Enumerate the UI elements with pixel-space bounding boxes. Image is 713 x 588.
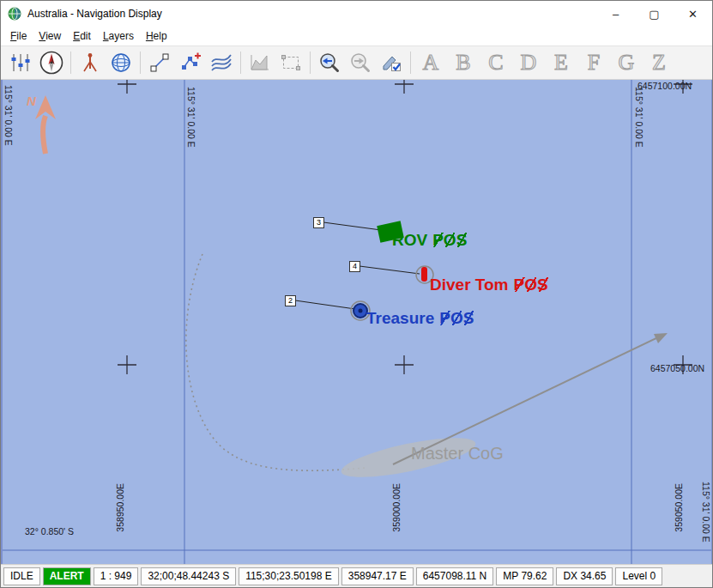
measure-line-icon[interactable] (144, 48, 175, 77)
cog-arrowhead (654, 333, 668, 343)
longitude-label-1: 115° 31' 0.00 E (186, 87, 196, 148)
minimize-button[interactable]: – (596, 1, 635, 27)
status-bar: IDLE ALERT 1 : 949 32;00;48.44243 S 115;… (1, 564, 712, 587)
menu-file[interactable]: File (4, 27, 33, 45)
layer-button-d[interactable]: D (512, 48, 545, 77)
north-arrow (43, 116, 45, 154)
area-chart-icon (245, 48, 275, 77)
window-title: Australia - Navigation Display (27, 8, 596, 20)
status-level: Level 0 (615, 567, 662, 585)
master-cog-label: Master CoG (411, 444, 504, 464)
zoom-previous-icon[interactable] (314, 48, 345, 77)
layer-button-f[interactable]: F (577, 48, 610, 77)
vessel-trail (186, 254, 366, 470)
diver-marker[interactable] (421, 267, 427, 282)
select-rectangle-icon (275, 48, 306, 77)
target-name: ROV (392, 231, 427, 249)
toolbar-separator (310, 52, 311, 74)
toolbar-separator (410, 52, 411, 74)
leader-line (295, 300, 355, 309)
compass-icon[interactable] (36, 48, 67, 77)
menu-layers[interactable]: Layers (97, 27, 140, 45)
latitude-label: 32° 0.850' S (25, 526, 74, 536)
status-latitude: 32;00;48.44243 S (141, 567, 236, 585)
leader-line (323, 222, 381, 230)
polyline-add-icon[interactable] (175, 48, 206, 77)
edit-validate-icon[interactable] (376, 48, 407, 77)
easting-label-1: 358950.00E (115, 483, 125, 532)
survey-pole-icon[interactable] (75, 48, 106, 77)
zoom-next-icon (345, 48, 376, 77)
target-name: Treasure (366, 309, 434, 327)
layer-button-c[interactable]: C (480, 48, 512, 77)
target-ref-box-rov[interactable]: 3 (313, 217, 324, 228)
target-name: Diver Tom (430, 276, 509, 294)
layer-button-g[interactable]: G (610, 48, 643, 77)
status-alert-badge: ALERT (43, 567, 91, 585)
longitude-label-right: 115° 31' 0.00 E (701, 482, 711, 543)
status-longitude: 115;30;23.50198 E (239, 567, 339, 585)
status-northing: 6457098.11 N (416, 567, 494, 585)
longitude-label-2: 115° 31' 0.00 E (634, 87, 644, 148)
menu-bar: File View Edit Layers Help (1, 27, 712, 45)
north-indicator-label: N (27, 94, 36, 108)
layer-button-e[interactable]: E (545, 48, 577, 77)
easting-label-2: 359000.00E (391, 483, 402, 532)
target-ref-box-treasure[interactable]: 2 (285, 295, 296, 306)
app-window: Australia - Navigation Display – ▢ ✕ Fil… (0, 0, 713, 588)
menu-help[interactable]: Help (140, 27, 173, 45)
title-bar: Australia - Navigation Display – ▢ ✕ (1, 1, 712, 27)
globe-icon[interactable] (106, 48, 136, 77)
target-suffix: POS (432, 231, 467, 250)
map-geometry (3, 80, 712, 564)
target-label-rov: ROVPOS (392, 231, 467, 250)
toolbar-separator (240, 52, 241, 74)
target-label-diver-tom: Diver TomPOS (430, 276, 548, 294)
window-controls: – ▢ ✕ (596, 1, 712, 27)
status-mode: IDLE (3, 567, 40, 585)
target-label-treasure: TreasurePOS (366, 309, 474, 328)
status-easting: 358947.17 E (341, 567, 414, 585)
contour-lines-icon[interactable] (206, 48, 237, 77)
menu-view[interactable]: View (33, 27, 67, 45)
toolbar-separator (140, 52, 141, 74)
north-arrow-head (35, 95, 56, 119)
toolbar-separator (70, 52, 71, 74)
status-scale: 1 : 949 (94, 567, 139, 585)
grid-cross-marks (118, 80, 692, 374)
layer-button-z[interactable]: Z (643, 48, 675, 77)
map-canvas[interactable]: N 6457100.00N 6457050.00N 32° 0.850' S 1… (1, 80, 712, 564)
easting-label-3: 359050.00E (674, 483, 684, 532)
target-suffix: POS (514, 276, 548, 294)
northing-label-mid: 6457050.00N (650, 363, 704, 373)
layer-button-a[interactable]: A (414, 48, 447, 77)
target-suffix: POS (439, 309, 474, 328)
status-mp: MP 79.62 (496, 567, 553, 585)
treasure-marker-dot (359, 309, 363, 313)
status-dx: DX 34.65 (556, 567, 613, 585)
layer-button-b[interactable]: B (447, 48, 480, 77)
menu-edit[interactable]: Edit (67, 27, 97, 45)
close-button[interactable]: ✕ (674, 1, 712, 27)
target-ref-box-diver[interactable]: 4 (349, 261, 360, 272)
maximize-button[interactable]: ▢ (635, 1, 674, 27)
northing-label-top: 6457100.00N (637, 81, 692, 91)
leader-line (360, 266, 420, 274)
longitude-label-left: 115° 31' 0.00 E (3, 85, 14, 146)
toolbar: A B C D E F G Z (1, 45, 712, 80)
app-globe-icon (8, 7, 21, 21)
sliders-icon[interactable] (5, 48, 36, 77)
